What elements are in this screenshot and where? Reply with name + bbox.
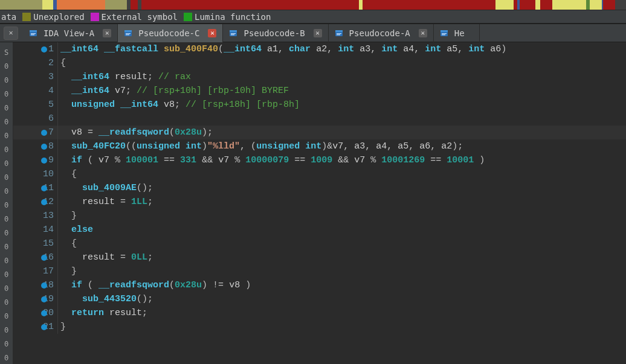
line-gutter[interactable]: 11 [13, 181, 58, 195]
line-gutter[interactable]: 15 [13, 237, 58, 251]
line-gutter[interactable]: 4 [13, 84, 58, 98]
code-line[interactable]: 21} [13, 320, 626, 334]
minimap-segment[interactable] [0, 0, 42, 10]
breakpoint-icon[interactable] [41, 144, 47, 150]
line-text[interactable]: if ( __readfsqword(0x28u) != v8 ) [58, 278, 251, 292]
line-text[interactable]: __int64 __fastcall sub_400F40(__int64 a1… [58, 42, 506, 56]
tab-he[interactable]: He [434, 24, 480, 42]
minimap-segment[interactable] [590, 0, 602, 10]
code-line[interactable]: 15 { [13, 237, 626, 251]
code-line[interactable]: 13 } [13, 209, 626, 223]
pseudocode-editor[interactable]: 1__int64 __fastcall sub_400F40(__int64 a… [13, 42, 626, 364]
tab-pseudocode-a[interactable]: Pseudocode-A✕ [329, 24, 434, 42]
line-text[interactable]: else [58, 223, 93, 237]
line-gutter[interactable]: 2 [13, 56, 58, 70]
breakpoint-icon[interactable] [41, 324, 47, 330]
code-line[interactable]: 9 if ( v7 % 100001 == 331 && v7 % 100000… [13, 153, 626, 167]
code-line[interactable]: 18 if ( __readfsqword(0x28u) != v8 ) [13, 278, 626, 292]
minimap-segment[interactable] [619, 0, 626, 10]
minimap-segment[interactable] [495, 0, 514, 10]
line-text[interactable]: if ( v7 % 100001 == 331 && v7 % 10000079… [58, 153, 485, 167]
breakpoint-icon[interactable] [41, 130, 47, 136]
code-line[interactable]: 5 unsigned __int64 v8; // [rsp+18h] [rbp… [13, 98, 626, 112]
line-gutter[interactable]: 8 [13, 139, 58, 153]
code-line[interactable]: 2{ [13, 56, 626, 70]
line-text[interactable]: sub_4009AE(); [58, 181, 153, 195]
code-line[interactable]: 3 __int64 result; // rax [13, 70, 626, 84]
minimap-segment[interactable] [57, 0, 105, 10]
line-gutter[interactable]: 19 [13, 292, 58, 306]
code-line[interactable]: 19 sub_443520(); [13, 292, 626, 306]
code-line[interactable]: 20 return result; [13, 306, 626, 320]
line-gutter[interactable]: 21 [13, 320, 58, 334]
line-gutter[interactable]: 1 [13, 42, 58, 56]
close-icon[interactable]: ✕ [314, 29, 322, 37]
line-gutter[interactable]: 13 [13, 209, 58, 223]
line-text[interactable]: __int64 result; // rax [58, 70, 191, 84]
breakpoint-icon[interactable] [41, 158, 47, 164]
line-text[interactable]: __int64 v7; // [rsp+10h] [rbp-10h] BYREF [58, 84, 289, 98]
tab-pseudocode-c[interactable]: Pseudocode-C✕ [118, 24, 223, 42]
line-text[interactable]: } [58, 264, 77, 278]
code-line[interactable]: 4 __int64 v7; // [rsp+10h] [rbp-10h] BYR… [13, 84, 626, 98]
line-gutter[interactable]: 16 [13, 251, 58, 264]
breakpoint-icon[interactable] [41, 310, 47, 316]
breakpoint-icon[interactable] [41, 185, 47, 191]
close-icon[interactable]: ✕ [208, 29, 216, 37]
close-icon[interactable]: ✕ [419, 29, 427, 37]
line-gutter[interactable]: 18 [13, 278, 58, 292]
minimap-segment[interactable] [131, 0, 138, 10]
line-text[interactable]: result = 1LL; [58, 195, 153, 209]
line-text[interactable]: result = 0LL; [58, 251, 153, 264]
tab-ida-view-a[interactable]: IDA View-A✕ [23, 24, 118, 42]
line-text[interactable]: { [58, 167, 77, 181]
code-line[interactable]: 12 result = 1LL; [13, 195, 626, 209]
line-gutter[interactable]: 14 [13, 223, 58, 237]
line-text[interactable]: unsigned __int64 v8; // [rsp+18h] [rbp-8… [58, 98, 300, 112]
breakpoint-icon[interactable] [41, 296, 47, 302]
breakpoint-icon[interactable] [41, 283, 47, 289]
line-text[interactable]: { [58, 56, 66, 70]
line-gutter[interactable]: 12 [13, 195, 58, 209]
minimap-segment[interactable] [540, 0, 552, 10]
line-gutter[interactable]: 9 [13, 153, 58, 167]
line-gutter[interactable]: 3 [13, 70, 58, 84]
code-line[interactable]: 16 result = 0LL; [13, 251, 626, 264]
breakpoint-icon[interactable] [41, 199, 47, 205]
line-text[interactable]: sub_443520(); [58, 292, 153, 306]
code-line[interactable]: 7 v8 = __readfsqword(0x28u); [13, 126, 626, 139]
tab-pseudocode-b[interactable]: Pseudocode-B✕ [223, 24, 328, 42]
close-icon[interactable]: ✕ [103, 29, 111, 37]
line-gutter[interactable]: 17 [13, 264, 58, 278]
line-gutter[interactable]: 7 [13, 126, 58, 139]
code-line[interactable]: 10 { [13, 167, 626, 181]
line-text[interactable]: } [58, 320, 66, 334]
code-line[interactable]: 8 sub_40FC20((unsigned int)"%lld", (unsi… [13, 139, 626, 153]
code-line[interactable]: 6 [13, 112, 626, 126]
line-gutter[interactable]: 5 [13, 98, 58, 112]
code-line[interactable]: 1__int64 __fastcall sub_400F40(__int64 a… [13, 42, 626, 56]
minimap-segment[interactable] [363, 0, 495, 10]
minimap-segment[interactable] [141, 0, 359, 10]
minimap-segment[interactable] [42, 0, 53, 10]
line-text[interactable]: return result; [58, 306, 147, 320]
line-gutter[interactable]: 6 [13, 112, 58, 126]
code-line[interactable]: 17 } [13, 264, 626, 278]
line-text[interactable]: v8 = __readfsqword(0x28u); [58, 126, 213, 139]
minimap-segment[interactable] [105, 0, 127, 10]
line-text[interactable]: sub_40FC20((unsigned int)"%lld", (unsign… [58, 139, 463, 153]
line-text[interactable]: { [58, 237, 77, 251]
navigation-minimap[interactable] [0, 0, 626, 10]
code-line[interactable]: 14 else [13, 223, 626, 237]
breakpoint-icon[interactable] [41, 255, 47, 261]
minimap-segment[interactable] [552, 0, 586, 10]
line-gutter[interactable]: 20 [13, 306, 58, 320]
line-gutter[interactable]: 10 [13, 167, 58, 181]
minimap-segment[interactable] [520, 0, 535, 10]
line-text[interactable]: } [58, 209, 77, 223]
breakpoint-icon[interactable] [41, 46, 47, 53]
minimap-segment[interactable] [603, 0, 615, 10]
close-panel-button[interactable]: ✕ [4, 27, 18, 40]
minimap-segment[interactable] [535, 0, 540, 10]
code-line[interactable]: 11 sub_4009AE(); [13, 181, 626, 195]
